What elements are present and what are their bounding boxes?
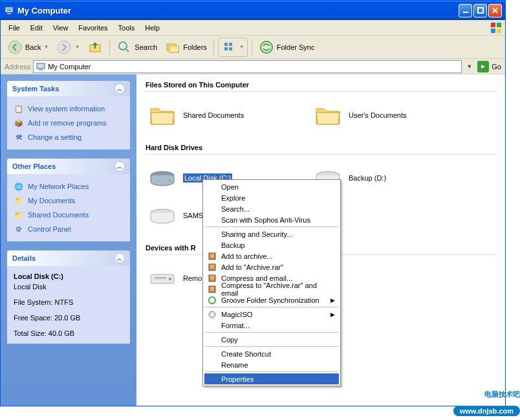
context-menu-label: Explore [221, 194, 245, 202]
svg-rect-19 [229, 47, 232, 50]
svg-rect-3 [463, 12, 468, 13]
address-label: Address [5, 63, 30, 71]
views-button[interactable]: ▼ [218, 38, 248, 57]
go-label: Go [492, 63, 501, 71]
detail-type: Local Disk [14, 282, 124, 292]
archive-icon [207, 262, 217, 272]
documents-icon: 📁 [14, 195, 24, 206]
menu-help[interactable]: Help [140, 22, 165, 34]
section-disks: Hard Disk Drives [146, 144, 496, 155]
context-menu-item[interactable]: Explore [204, 192, 339, 203]
separator [205, 346, 338, 347]
menu-tools[interactable]: Tools [113, 22, 140, 34]
shared-documents-link[interactable]: 📁Shared Documents [14, 208, 124, 222]
context-menu-item[interactable]: Groove Folder Synchronization▶ [204, 294, 339, 305]
menu-view[interactable]: View [48, 22, 74, 34]
folders-button[interactable]: Folders [162, 38, 210, 56]
network-icon: 🌐 [14, 181, 24, 192]
maximize-button[interactable] [473, 4, 487, 17]
context-menu-item[interactable]: Properties [204, 373, 339, 384]
svg-rect-5 [491, 23, 495, 27]
search-button[interactable]: Search [114, 38, 160, 56]
back-button[interactable]: Back ▼ [5, 38, 51, 56]
svg-rect-6 [497, 23, 501, 27]
context-menu-label: Backup [221, 241, 245, 249]
address-field[interactable]: My Computer [33, 60, 462, 73]
settings-icon: 🛠 [14, 132, 24, 142]
context-menu-item[interactable]: Create Shortcut [204, 348, 339, 359]
panel-header[interactable]: System Tasks ︽ [7, 81, 130, 96]
search-icon [116, 39, 132, 55]
context-menu-item[interactable]: Compress to "Archive.rar" and email [204, 283, 339, 294]
archive-icon [207, 273, 217, 283]
context-menu-item[interactable]: Rename [204, 359, 339, 370]
details-panel: Details ︽ Local Disk (C:) Local Disk Fil… [7, 250, 130, 344]
context-menu-label: Sharing and Security... [221, 230, 292, 238]
svg-point-9 [8, 41, 21, 54]
forward-button[interactable]: ▼ [54, 38, 82, 56]
svg-point-48 [211, 313, 213, 316]
menu-favorites[interactable]: Favorites [73, 22, 113, 34]
context-menu-item[interactable]: Add to archive... [204, 250, 339, 261]
my-documents-link[interactable]: 📁My Documents [14, 193, 124, 208]
separator [205, 371, 338, 372]
context-menu-item[interactable]: Add to "Archive.rar" [204, 261, 339, 272]
system-tasks-panel: System Tasks ︽ 📋View system information … [7, 81, 130, 149]
folder-icon [312, 100, 343, 131]
svg-rect-15 [169, 46, 179, 52]
context-menu-item[interactable]: Copy [204, 334, 339, 345]
context-menu-item[interactable]: Scan with Sophos Anti-Virus [204, 214, 339, 225]
shared-documents-item[interactable]: Shared Documents [146, 98, 307, 132]
my-computer-icon [4, 5, 14, 16]
context-menu-label: Add to "Archive.rar" [221, 263, 283, 271]
network-places-link[interactable]: 🌐My Network Places [14, 179, 124, 193]
address-dropdown-icon[interactable]: ▾ [464, 62, 475, 71]
context-menu-item[interactable]: Sharing and Security... [204, 228, 339, 239]
forward-icon [56, 39, 72, 55]
svg-rect-8 [497, 28, 501, 33]
submenu-arrow-icon: ▶ [330, 297, 335, 304]
folder-icon [147, 100, 178, 131]
go-button[interactable] [477, 61, 489, 72]
context-menu-label: Format... [221, 322, 250, 329]
menu-file[interactable]: File [3, 22, 25, 34]
window-title: My Computer [17, 6, 459, 16]
folder-sync-button[interactable]: Folder Sync [256, 38, 318, 56]
svg-point-29 [169, 278, 171, 280]
context-menu: OpenExploreSearch...Scan with Sophos Ant… [202, 179, 341, 386]
change-setting-link[interactable]: 🛠Change a setting [14, 130, 124, 144]
sidebar: System Tasks ︽ 📋View system information … [1, 74, 136, 406]
context-menu-item[interactable]: Format... [204, 320, 339, 331]
view-system-info-link[interactable]: 📋View system information [14, 102, 124, 116]
svg-point-46 [209, 297, 215, 304]
panel-header[interactable]: Details ︽ [7, 250, 130, 266]
window-controls: ✕ [459, 4, 502, 17]
svg-rect-18 [224, 47, 228, 50]
groove-icon [207, 295, 217, 305]
back-icon [7, 39, 23, 55]
add-remove-programs-link[interactable]: 📦Add or remove programs [14, 116, 124, 130]
panel-header[interactable]: Other Places ︽ [7, 159, 130, 174]
separator [109, 39, 110, 55]
svg-point-20 [261, 41, 272, 53]
sync-icon [259, 39, 274, 55]
context-menu-item[interactable]: Open [204, 181, 339, 192]
close-button[interactable]: ✕ [488, 4, 502, 17]
users-documents-item[interactable]: User's Documents [311, 98, 473, 132]
context-menu-item[interactable]: MagicISO▶ [204, 309, 339, 320]
context-menu-item[interactable]: Backup [204, 239, 339, 250]
menubar: File Edit View Favorites Tools Help [1, 20, 505, 36]
info-icon: 📋 [14, 104, 24, 114]
disk-icon [147, 200, 178, 231]
minimize-button[interactable] [459, 4, 472, 17]
up-button[interactable] [85, 38, 105, 56]
toolbar: Back ▼ ▼ Search Folders ▼ Folder Sync [1, 36, 505, 59]
menu-edit[interactable]: Edit [25, 22, 48, 34]
context-menu-item[interactable]: Search... [204, 203, 339, 214]
submenu-arrow-icon: ▶ [330, 311, 335, 318]
control-panel-link[interactable]: ⚙Control Panel [14, 222, 124, 236]
svg-rect-17 [229, 43, 232, 46]
other-places-panel: Other Places ︽ 🌐My Network Places 📁My Do… [7, 159, 130, 241]
chevron-up-icon: ︽ [114, 253, 125, 263]
titlebar[interactable]: My Computer ✕ [1, 1, 505, 20]
